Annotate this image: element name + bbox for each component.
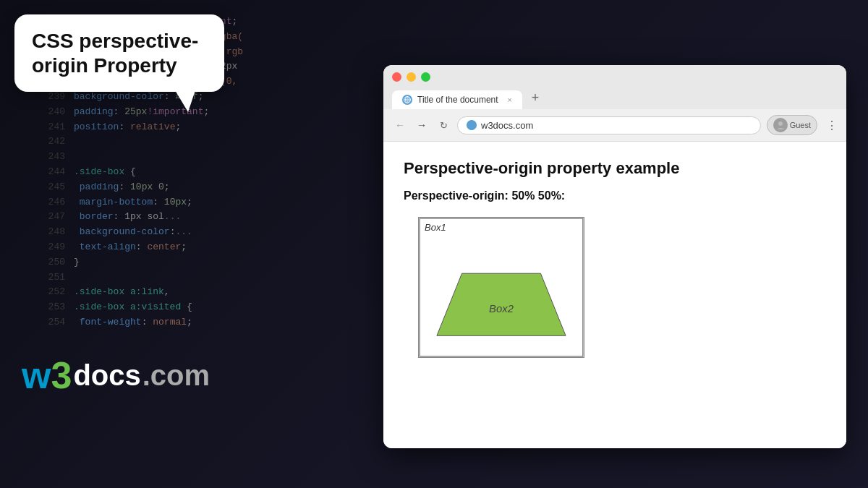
browser-menu-button[interactable]: ⋮ [826,119,838,132]
content-subtitle: Perspective-origin: 50% 50%: [404,189,826,202]
refresh-button[interactable]: ↻ [435,117,451,133]
url-globe-icon [467,120,477,130]
maximize-window-button[interactable] [421,72,430,82]
title-card: CSS perspective-origin Property [14,14,224,92]
active-tab[interactable]: Title of the document × [392,90,522,109]
box1-label: Box1 [425,222,446,233]
svg-text:Box2: Box2 [489,303,514,314]
tab-favicon [402,95,412,105]
tab-close-button[interactable]: × [508,95,512,104]
logo-com-text: .com [142,359,210,392]
logo-3: 3 [51,354,72,396]
page-title: CSS perspective-origin Property [32,29,207,77]
address-bar: ← → ↻ w3docs.com Guest ⋮ [383,109,846,142]
profile-button[interactable]: Guest [767,115,817,135]
url-bar[interactable]: w3docs.com [457,116,761,134]
browser-chrome: Title of the document × + [383,65,846,109]
new-tab-button[interactable]: + [525,87,545,108]
w3docs-logo: w3 docs.com [22,356,210,394]
traffic-lights [392,72,838,82]
content-main-title: Perspective-origin property example [404,159,826,178]
tab-bar: Title of the document × + [392,87,838,109]
browser-window: Title of the document × + ← → ↻ w3docs.c… [383,65,846,448]
logo-w: w [22,354,51,396]
perspective-svg: Box2 [419,218,584,357]
forward-button[interactable]: → [414,117,430,133]
url-text: w3docs.com [481,120,533,131]
back-button[interactable]: ← [392,117,408,133]
logo-docs-text: docs [73,359,140,392]
profile-label: Guest [790,121,811,129]
perspective-demo: Box1 Box2 [418,217,584,358]
browser-content: Perspective-origin property example Pers… [383,142,846,448]
svg-point-8 [778,121,783,126]
close-window-button[interactable] [392,72,401,82]
tab-title: Title of the document [417,95,503,105]
profile-icon [773,118,788,132]
minimize-window-button[interactable] [407,72,416,82]
